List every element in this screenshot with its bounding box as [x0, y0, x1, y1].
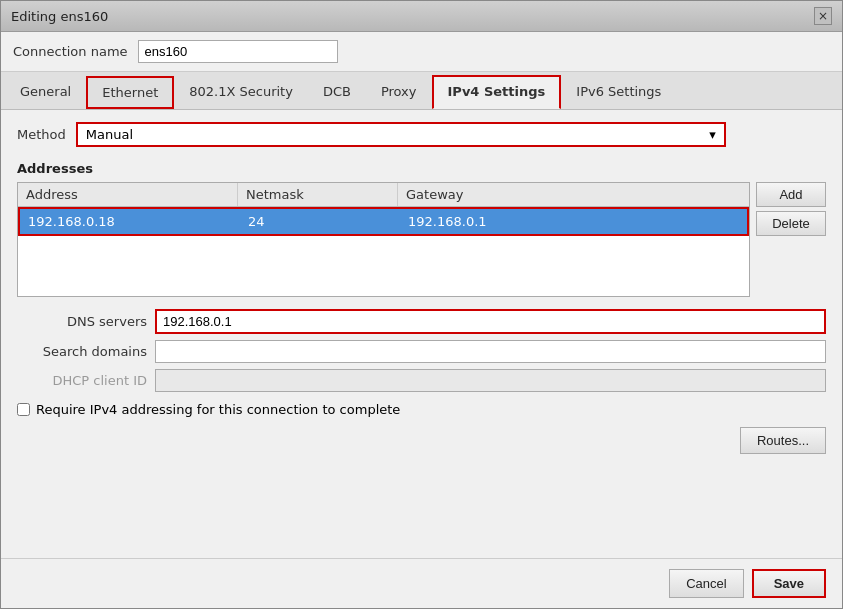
- tabs-row: General Ethernet 802.1X Security DCB Pro…: [1, 72, 842, 110]
- save-button[interactable]: Save: [752, 569, 826, 598]
- dns-servers-row: DNS servers: [17, 309, 826, 334]
- connection-name-input[interactable]: [138, 40, 338, 63]
- dialog-title: Editing ens160: [11, 9, 108, 24]
- addresses-table: Address Netmask Gateway 192.168.0.18 24 …: [17, 182, 750, 297]
- dhcp-client-id-input[interactable]: [155, 369, 826, 392]
- address-col-header: Address: [18, 183, 238, 206]
- gateway-cell: 192.168.0.1: [400, 209, 620, 234]
- addresses-header: Address Netmask Gateway: [18, 183, 749, 207]
- dialog: Editing ens160 × Connection name General…: [0, 0, 843, 609]
- gateway-col-header: Gateway: [398, 183, 618, 206]
- require-ipv4-label: Require IPv4 addressing for this connect…: [36, 402, 400, 417]
- dns-servers-input[interactable]: [155, 309, 826, 334]
- search-domains-row: Search domains: [17, 340, 826, 363]
- close-icon: ×: [818, 9, 828, 23]
- add-button[interactable]: Add: [756, 182, 826, 207]
- chevron-down-icon: ▾: [709, 127, 716, 142]
- addresses-buttons: Add Delete: [756, 182, 826, 236]
- content-area: Method Manual ▾ Addresses Address Netmas…: [1, 110, 842, 558]
- bottom-buttons: Cancel Save: [1, 558, 842, 608]
- title-bar: Editing ens160 ×: [1, 1, 842, 32]
- tab-proxy[interactable]: Proxy: [366, 76, 432, 109]
- empty-rows-space: [18, 236, 749, 296]
- routes-button[interactable]: Routes...: [740, 427, 826, 454]
- tab-ipv4[interactable]: IPv4 Settings: [432, 75, 562, 109]
- dhcp-client-id-label: DHCP client ID: [17, 373, 147, 388]
- cancel-button[interactable]: Cancel: [669, 569, 743, 598]
- dns-servers-label: DNS servers: [17, 314, 147, 329]
- method-select[interactable]: Manual ▾: [76, 122, 726, 147]
- tab-ethernet[interactable]: Ethernet: [86, 76, 174, 109]
- method-label: Method: [17, 127, 66, 142]
- search-domains-input[interactable]: [155, 340, 826, 363]
- netmask-col-header: Netmask: [238, 183, 398, 206]
- addresses-section: Addresses Address Netmask Gateway 192.16…: [17, 161, 826, 297]
- tab-general[interactable]: General: [5, 76, 86, 109]
- connection-name-row: Connection name: [1, 32, 842, 72]
- addresses-title: Addresses: [17, 161, 826, 176]
- method-value: Manual: [86, 127, 133, 142]
- addresses-body: 192.168.0.18 24 192.168.0.1: [18, 207, 749, 296]
- require-ipv4-checkbox[interactable]: [17, 403, 30, 416]
- delete-button[interactable]: Delete: [756, 211, 826, 236]
- method-select-wrapper: Manual ▾: [76, 122, 726, 147]
- dhcp-client-id-row: DHCP client ID: [17, 369, 826, 392]
- netmask-cell: 24: [240, 209, 400, 234]
- addresses-with-buttons: Address Netmask Gateway 192.168.0.18 24 …: [17, 182, 826, 297]
- tab-ipv6[interactable]: IPv6 Settings: [561, 76, 676, 109]
- method-row: Method Manual ▾: [17, 122, 826, 147]
- tab-8021x[interactable]: 802.1X Security: [174, 76, 308, 109]
- routes-row: Routes...: [17, 427, 826, 454]
- search-domains-label: Search domains: [17, 344, 147, 359]
- close-button[interactable]: ×: [814, 7, 832, 25]
- tab-dcb[interactable]: DCB: [308, 76, 366, 109]
- address-cell: 192.168.0.18: [20, 209, 240, 234]
- table-row[interactable]: 192.168.0.18 24 192.168.0.1: [18, 207, 749, 236]
- connection-name-label: Connection name: [13, 44, 128, 59]
- addresses-table-wrapper: Address Netmask Gateway 192.168.0.18 24 …: [17, 182, 750, 297]
- require-ipv4-row: Require IPv4 addressing for this connect…: [17, 402, 826, 417]
